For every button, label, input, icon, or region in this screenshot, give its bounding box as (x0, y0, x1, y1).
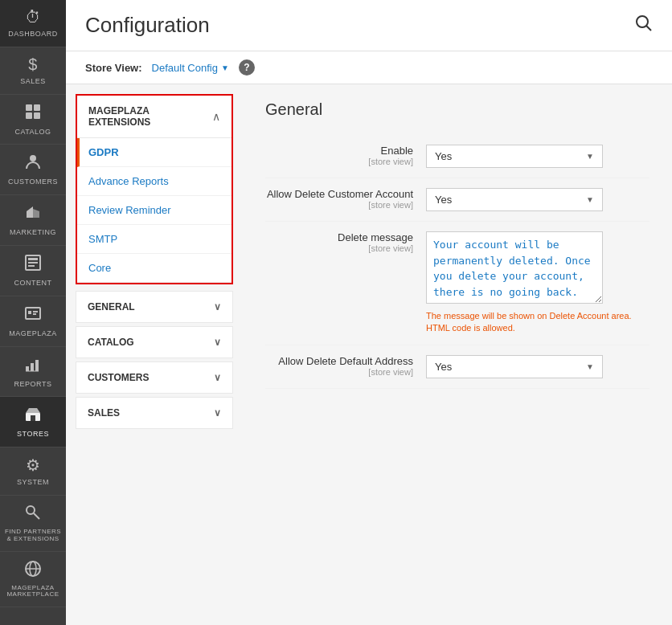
storeview-chevron-icon: ▼ (221, 63, 229, 72)
sidebar-item-dashboard[interactable]: ⏱ DASHBOARD (0, 0, 66, 47)
extensions-items: GDPR Advance Reports Review Reminder SMT… (77, 138, 232, 283)
accordion-catalog-chevron-icon: ∨ (214, 337, 221, 348)
svg-line-22 (34, 513, 39, 519)
svg-rect-16 (31, 363, 34, 371)
sidebar-item-reports[interactable]: REPORTS (0, 347, 66, 398)
extensions-collapse-icon: ∧ (212, 110, 220, 123)
ext-item-review-reminder[interactable]: Review Reminder (77, 196, 232, 225)
page-title: Configuration (85, 13, 210, 38)
form-row-allow-delete-address: Allow Delete Default Address [store view… (265, 345, 649, 389)
sidebar-item-stores[interactable]: STORES (0, 397, 66, 447)
sidebar: ⏱ DASHBOARD $ SALES CATALOG CUSTOMERS (0, 0, 66, 625)
allow-delete-address-select[interactable]: Yes ▼ (426, 355, 603, 378)
accordion-general: GENERAL ∨ (76, 291, 233, 323)
sales-icon: $ (28, 55, 38, 74)
svg-rect-17 (35, 360, 39, 371)
allow-delete-control: Yes ▼ (426, 188, 649, 211)
allow-delete-select-arrow-icon: ▼ (586, 195, 594, 204)
svg-line-27 (646, 26, 651, 31)
dashboard-icon: ⏱ (25, 8, 42, 27)
svg-rect-1 (34, 104, 40, 111)
search-icon[interactable] (635, 14, 653, 36)
svg-rect-3 (34, 112, 40, 119)
delete-message-control: The message will be shown on Delete Acco… (426, 231, 649, 335)
accordion-customers: CUSTOMERS ∨ (76, 362, 233, 394)
form-row-enable: Enable [store view] Yes ▼ (265, 135, 649, 178)
svg-point-21 (27, 506, 35, 514)
svg-rect-15 (26, 366, 29, 371)
right-panel: General Enable [store view] Yes ▼ Allow … (243, 84, 672, 625)
allow-delete-address-label: Allow Delete Default Address [store view… (265, 355, 426, 377)
marketing-icon (24, 203, 42, 225)
content-area: MAGEPLAZA EXTENSIONS ∧ GDPR Advance Repo… (66, 84, 672, 625)
sidebar-item-find-partners[interactable]: FIND PARTNERS & EXTENSIONS (0, 496, 66, 552)
storeview-dropdown[interactable]: Default Config ▼ (152, 62, 229, 74)
reports-icon (24, 355, 42, 377)
sidebar-item-content[interactable]: CONTENT (0, 246, 66, 296)
customers-icon (24, 153, 42, 174)
catalog-icon (24, 103, 42, 125)
ext-item-gdpr[interactable]: GDPR (77, 138, 232, 167)
sidebar-item-catalog[interactable]: CATALOG (0, 95, 66, 145)
svg-point-4 (30, 155, 36, 161)
svg-marker-6 (33, 209, 39, 218)
extensions-title: MAGEPLAZA EXTENSIONS (88, 105, 212, 128)
mageplaza-icon (24, 304, 42, 326)
ext-item-advance-reports[interactable]: Advance Reports (77, 167, 232, 196)
svg-rect-8 (28, 258, 38, 260)
ext-item-smtp[interactable]: SMTP (77, 225, 232, 254)
system-icon: ⚙ (26, 455, 41, 475)
sidebar-item-customers[interactable]: CUSTOMERS (0, 145, 66, 195)
ext-item-core[interactable]: Core (77, 254, 232, 283)
enable-control: Yes ▼ (426, 145, 649, 168)
marketplace-icon (24, 560, 42, 582)
svg-rect-9 (28, 262, 38, 263)
main-area: Configuration Store View: Default Config… (66, 0, 672, 625)
sidebar-item-mageplaza-marketplace[interactable]: MAGEPLAZA MARKETPLACE (0, 552, 66, 608)
allow-delete-address-control: Yes ▼ (426, 355, 649, 378)
allow-delete-select[interactable]: Yes ▼ (426, 188, 603, 211)
svg-point-26 (637, 16, 648, 27)
accordion-general-header[interactable]: GENERAL ∨ (76, 292, 232, 322)
content-icon (24, 254, 42, 276)
sidebar-item-mageplaza[interactable]: MAGEPLAZA (0, 296, 66, 347)
svg-rect-2 (26, 112, 32, 119)
find-partners-icon (24, 504, 42, 525)
svg-marker-5 (27, 206, 33, 218)
accordion-customers-chevron-icon: ∨ (214, 372, 221, 383)
accordion-catalog-header[interactable]: CATALOG ∨ (76, 327, 232, 357)
allow-delete-address-select-arrow-icon: ▼ (586, 362, 594, 371)
form-row-allow-delete: Allow Delete Customer Account [store vie… (265, 178, 649, 222)
storeview-label: Store View: (85, 62, 142, 74)
svg-rect-14 (33, 313, 36, 315)
extensions-section: MAGEPLAZA EXTENSIONS ∧ GDPR Advance Repo… (76, 94, 233, 284)
accordion-sales: SALES ∨ (76, 397, 233, 429)
form-row-delete-message: Delete message [store view] The message … (265, 222, 649, 345)
svg-rect-0 (26, 104, 32, 111)
accordion-sales-header[interactable]: SALES ∨ (76, 398, 232, 428)
delete-message-label: Delete message [store view] (265, 231, 426, 253)
accordion-sales-chevron-icon: ∨ (214, 407, 221, 419)
allow-delete-label: Allow Delete Customer Account [store vie… (265, 188, 426, 210)
help-icon[interactable]: ? (239, 59, 255, 76)
delete-message-textarea[interactable] (426, 231, 603, 304)
storeview-value: Default Config (152, 62, 218, 74)
sidebar-item-system[interactable]: ⚙ SYSTEM (0, 447, 66, 496)
svg-rect-10 (28, 265, 35, 267)
storeview-bar: Store View: Default Config ▼ ? (66, 51, 672, 84)
topbar: Configuration (66, 0, 672, 51)
delete-message-hint: The message will be shown on Delete Acco… (426, 310, 649, 335)
accordion-customers-header[interactable]: CUSTOMERS ∨ (76, 362, 232, 393)
enable-label: Enable [store view] (265, 145, 426, 166)
svg-rect-13 (33, 311, 38, 312)
svg-rect-12 (28, 311, 31, 314)
general-section-title: General (265, 100, 649, 119)
stores-icon (24, 405, 42, 427)
sidebar-item-marketing[interactable]: MARKETING (0, 195, 66, 246)
sidebar-item-sales[interactable]: $ SALES (0, 47, 66, 95)
enable-select[interactable]: Yes ▼ (426, 145, 603, 168)
left-panel: MAGEPLAZA EXTENSIONS ∧ GDPR Advance Repo… (66, 84, 243, 625)
enable-select-arrow-icon: ▼ (586, 152, 594, 161)
extensions-header[interactable]: MAGEPLAZA EXTENSIONS ∧ (77, 96, 232, 138)
svg-rect-20 (31, 415, 35, 421)
